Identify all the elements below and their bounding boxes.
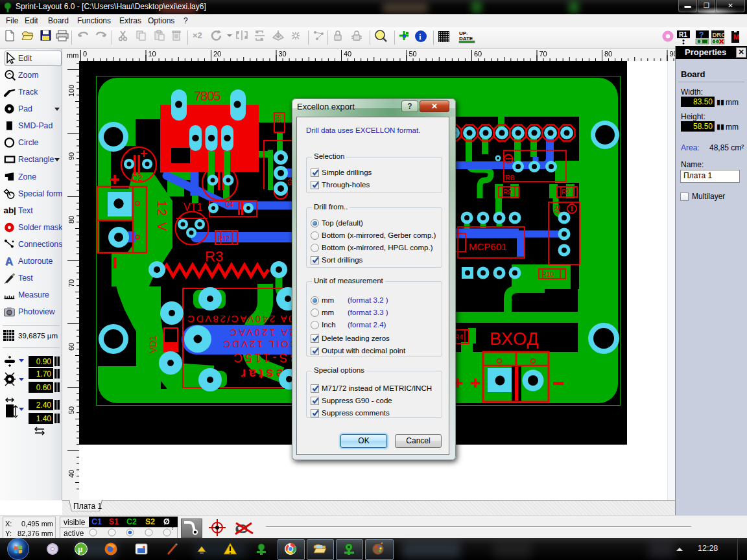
svg-text:R12: R12 [218, 235, 230, 242]
svg-text:C2: C2 [132, 173, 143, 183]
svg-text:R10: R10 [542, 271, 554, 278]
svg-text:M: M [733, 33, 739, 41]
svg-text:R6: R6 [275, 115, 282, 123]
svg-text:ab|: ab| [4, 205, 16, 215]
svg-text:COIL 12VDC: COIL 12VDC [222, 339, 298, 350]
svg-text:DRC: DRC [713, 31, 726, 38]
svg-text:A: A [5, 255, 13, 268]
svg-text:R9: R9 [503, 189, 512, 196]
svg-text:VD1: VD1 [148, 336, 158, 353]
svg-text:i: i [419, 32, 421, 41]
svg-text:R1: R1 [679, 31, 687, 38]
svg-text:BS-115C: BS-115C [231, 351, 298, 365]
svg-text:7805: 7805 [194, 88, 221, 103]
svg-text:2A 120VAC: 2A 120VAC [228, 327, 294, 338]
svg-text:R3: R3 [205, 248, 223, 264]
svg-text:R7: R7 [553, 205, 561, 214]
svg-text:R2: R2 [562, 189, 570, 196]
svg-text:µ: µ [78, 544, 83, 554]
svg-text:×2: ×2 [193, 30, 202, 40]
svg-text:R8: R8 [505, 174, 514, 181]
svg-text:MCP601: MCP601 [469, 241, 506, 252]
svg-text:0A 240VAC/28VDC: 0A 240VAC/28VDC [186, 314, 294, 325]
svg-text:?: ? [699, 30, 704, 40]
svg-text:DATE: DATE [459, 36, 473, 41]
svg-text:ВХОД: ВХОД [490, 329, 540, 349]
svg-text:C4: C4 [225, 201, 233, 208]
svg-text:12 V: 12 V [155, 200, 169, 232]
svg-text:VT1: VT1 [184, 202, 202, 213]
